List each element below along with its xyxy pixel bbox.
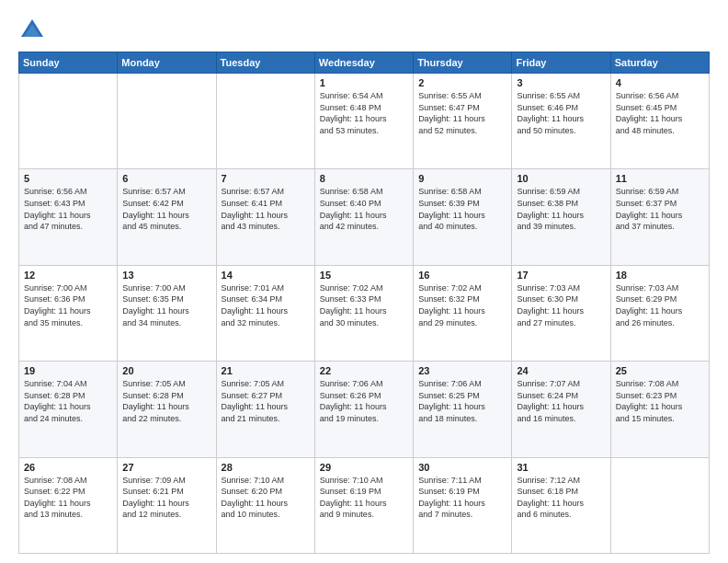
day-info: Sunrise: 7:02 AM Sunset: 6:33 PM Dayligh… [320, 282, 408, 328]
day-number: 24 [517, 365, 605, 376]
day-number: 1 [320, 77, 408, 88]
day-cell: 2Sunrise: 6:55 AM Sunset: 6:47 PM Daylig… [414, 74, 512, 169]
day-cell: 28Sunrise: 7:10 AM Sunset: 6:20 PM Dayli… [216, 457, 314, 553]
day-info: Sunrise: 7:12 AM Sunset: 6:18 PM Dayligh… [517, 475, 605, 521]
day-cell: 10Sunrise: 6:59 AM Sunset: 6:38 PM Dayli… [512, 169, 610, 265]
weekday-header-friday: Friday [512, 52, 610, 74]
day-cell [216, 74, 314, 169]
weekday-header-tuesday: Tuesday [216, 52, 314, 74]
day-info: Sunrise: 6:56 AM Sunset: 6:43 PM Dayligh… [24, 186, 112, 232]
day-info: Sunrise: 7:00 AM Sunset: 6:36 PM Dayligh… [24, 282, 112, 328]
day-cell: 21Sunrise: 7:05 AM Sunset: 6:27 PM Dayli… [216, 362, 314, 457]
day-number: 23 [418, 365, 506, 376]
day-cell: 9Sunrise: 6:58 AM Sunset: 6:39 PM Daylig… [414, 169, 512, 265]
day-number: 26 [24, 462, 112, 473]
day-number: 18 [616, 270, 704, 281]
day-number: 8 [320, 173, 408, 184]
weekday-header-saturday: Saturday [610, 52, 709, 74]
day-number: 14 [222, 270, 310, 281]
day-number: 28 [222, 462, 310, 473]
day-info: Sunrise: 7:03 AM Sunset: 6:29 PM Dayligh… [616, 282, 704, 328]
day-number: 21 [222, 365, 310, 376]
day-info: Sunrise: 6:57 AM Sunset: 6:41 PM Dayligh… [222, 186, 310, 232]
calendar-table: SundayMondayTuesdayWednesdayThursdayFrid… [18, 52, 710, 554]
day-cell: 25Sunrise: 7:08 AM Sunset: 6:23 PM Dayli… [610, 362, 709, 457]
day-info: Sunrise: 6:57 AM Sunset: 6:42 PM Dayligh… [122, 186, 210, 232]
day-cell: 31Sunrise: 7:12 AM Sunset: 6:18 PM Dayli… [512, 457, 610, 553]
header [18, 17, 710, 44]
day-number: 12 [24, 270, 112, 281]
day-number: 13 [122, 270, 210, 281]
day-cell [19, 74, 118, 169]
day-info: Sunrise: 6:58 AM Sunset: 6:40 PM Dayligh… [320, 186, 408, 232]
day-number: 2 [418, 77, 506, 88]
day-cell [610, 457, 709, 553]
day-cell [118, 74, 216, 169]
day-cell: 27Sunrise: 7:09 AM Sunset: 6:21 PM Dayli… [118, 457, 216, 553]
day-cell: 24Sunrise: 7:07 AM Sunset: 6:24 PM Dayli… [512, 362, 610, 457]
day-cell: 4Sunrise: 6:56 AM Sunset: 6:45 PM Daylig… [610, 74, 709, 169]
day-info: Sunrise: 7:06 AM Sunset: 6:26 PM Dayligh… [320, 378, 408, 424]
day-info: Sunrise: 6:58 AM Sunset: 6:39 PM Dayligh… [418, 186, 506, 232]
day-number: 3 [517, 77, 605, 88]
day-number: 31 [517, 462, 605, 473]
week-row-2: 5Sunrise: 6:56 AM Sunset: 6:43 PM Daylig… [19, 169, 710, 265]
day-cell: 13Sunrise: 7:00 AM Sunset: 6:35 PM Dayli… [118, 265, 216, 361]
day-info: Sunrise: 6:54 AM Sunset: 6:48 PM Dayligh… [320, 90, 408, 136]
day-number: 22 [320, 365, 408, 376]
day-number: 11 [616, 173, 704, 184]
day-info: Sunrise: 6:55 AM Sunset: 6:46 PM Dayligh… [517, 90, 605, 136]
day-info: Sunrise: 6:55 AM Sunset: 6:47 PM Dayligh… [418, 90, 506, 136]
logo [18, 17, 50, 44]
day-info: Sunrise: 7:00 AM Sunset: 6:35 PM Dayligh… [122, 282, 210, 328]
day-number: 20 [122, 365, 210, 376]
week-row-5: 26Sunrise: 7:08 AM Sunset: 6:22 PM Dayli… [19, 457, 710, 553]
day-cell: 7Sunrise: 6:57 AM Sunset: 6:41 PM Daylig… [216, 169, 314, 265]
day-info: Sunrise: 7:05 AM Sunset: 6:27 PM Dayligh… [222, 378, 310, 424]
day-number: 5 [24, 173, 112, 184]
day-cell: 22Sunrise: 7:06 AM Sunset: 6:26 PM Dayli… [314, 362, 413, 457]
weekday-header-row: SundayMondayTuesdayWednesdayThursdayFrid… [19, 52, 710, 74]
page: SundayMondayTuesdayWednesdayThursdayFrid… [0, 0, 728, 563]
day-info: Sunrise: 7:10 AM Sunset: 6:20 PM Dayligh… [222, 475, 310, 521]
day-cell: 26Sunrise: 7:08 AM Sunset: 6:22 PM Dayli… [19, 457, 118, 553]
day-number: 29 [320, 462, 408, 473]
day-cell: 19Sunrise: 7:04 AM Sunset: 6:28 PM Dayli… [19, 362, 118, 457]
day-cell: 1Sunrise: 6:54 AM Sunset: 6:48 PM Daylig… [314, 74, 413, 169]
weekday-header-monday: Monday [118, 52, 216, 74]
day-info: Sunrise: 6:59 AM Sunset: 6:37 PM Dayligh… [616, 186, 704, 232]
weekday-header-wednesday: Wednesday [314, 52, 413, 74]
day-cell: 29Sunrise: 7:10 AM Sunset: 6:19 PM Dayli… [314, 457, 413, 553]
day-cell: 5Sunrise: 6:56 AM Sunset: 6:43 PM Daylig… [19, 169, 118, 265]
day-info: Sunrise: 7:02 AM Sunset: 6:32 PM Dayligh… [418, 282, 506, 328]
weekday-header-thursday: Thursday [414, 52, 512, 74]
day-number: 30 [418, 462, 506, 473]
day-cell: 30Sunrise: 7:11 AM Sunset: 6:19 PM Dayli… [414, 457, 512, 553]
day-number: 10 [517, 173, 605, 184]
day-info: Sunrise: 7:03 AM Sunset: 6:30 PM Dayligh… [517, 282, 605, 328]
day-info: Sunrise: 7:08 AM Sunset: 6:23 PM Dayligh… [616, 378, 704, 424]
day-cell: 6Sunrise: 6:57 AM Sunset: 6:42 PM Daylig… [118, 169, 216, 265]
logo-icon [18, 17, 46, 44]
day-cell: 17Sunrise: 7:03 AM Sunset: 6:30 PM Dayli… [512, 265, 610, 361]
day-info: Sunrise: 7:05 AM Sunset: 6:28 PM Dayligh… [122, 378, 210, 424]
day-info: Sunrise: 7:08 AM Sunset: 6:22 PM Dayligh… [24, 475, 112, 521]
day-info: Sunrise: 7:01 AM Sunset: 6:34 PM Dayligh… [222, 282, 310, 328]
day-number: 15 [320, 270, 408, 281]
day-cell: 15Sunrise: 7:02 AM Sunset: 6:33 PM Dayli… [314, 265, 413, 361]
day-info: Sunrise: 7:04 AM Sunset: 6:28 PM Dayligh… [24, 378, 112, 424]
day-info: Sunrise: 7:11 AM Sunset: 6:19 PM Dayligh… [418, 475, 506, 521]
week-row-3: 12Sunrise: 7:00 AM Sunset: 6:36 PM Dayli… [19, 265, 710, 361]
day-number: 7 [222, 173, 310, 184]
week-row-1: 1Sunrise: 6:54 AM Sunset: 6:48 PM Daylig… [19, 74, 710, 169]
day-info: Sunrise: 7:06 AM Sunset: 6:25 PM Dayligh… [418, 378, 506, 424]
day-info: Sunrise: 7:09 AM Sunset: 6:21 PM Dayligh… [122, 475, 210, 521]
day-number: 27 [122, 462, 210, 473]
day-cell: 20Sunrise: 7:05 AM Sunset: 6:28 PM Dayli… [118, 362, 216, 457]
day-number: 16 [418, 270, 506, 281]
day-cell: 12Sunrise: 7:00 AM Sunset: 6:36 PM Dayli… [19, 265, 118, 361]
day-number: 25 [616, 365, 704, 376]
day-info: Sunrise: 6:56 AM Sunset: 6:45 PM Dayligh… [616, 90, 704, 136]
day-cell: 3Sunrise: 6:55 AM Sunset: 6:46 PM Daylig… [512, 74, 610, 169]
day-cell: 14Sunrise: 7:01 AM Sunset: 6:34 PM Dayli… [216, 265, 314, 361]
